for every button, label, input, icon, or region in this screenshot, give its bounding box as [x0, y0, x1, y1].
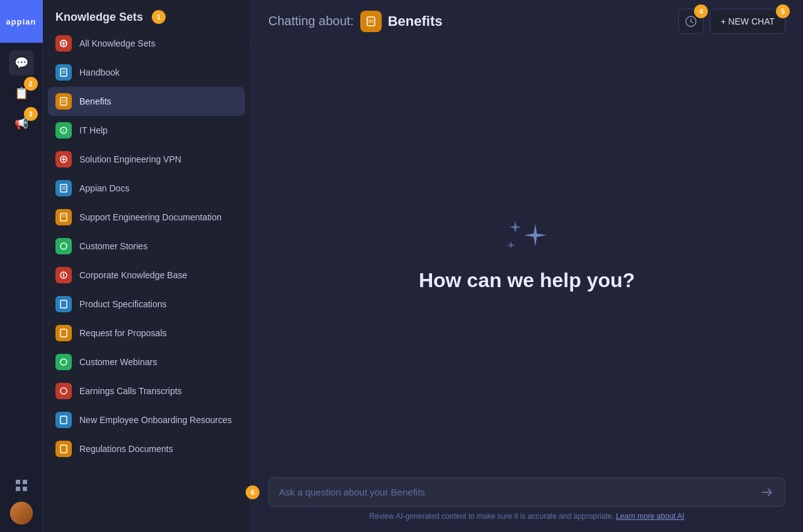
knowledge-set-icon — [360, 11, 382, 32]
megaphone-badge: 3 — [24, 107, 38, 121]
svg-rect-18 — [60, 184, 67, 192]
main-header: Chatting about: Benefits 4 + NEW CHAT 5 — [251, 0, 803, 43]
empty-state-text: How can we help you? — [419, 269, 635, 292]
onboarding-label: New Employee Onboarding Resources — [79, 415, 232, 425]
chatting-about-section: Chatting about: Benefits — [268, 11, 442, 32]
notes-badge: 2 — [24, 77, 38, 91]
sidebar: Knowledge Sets 1 All Knowledge Sets Hand… — [43, 0, 251, 532]
appian-logo[interactable]: appian — [0, 0, 43, 43]
solution-vpn-icon — [55, 151, 72, 167]
sidebar-item-handbook[interactable]: Handbook — [48, 58, 245, 87]
appian-docs-label: Appian Docs — [79, 183, 129, 193]
sidebar-item-onboarding[interactable]: New Employee Onboarding Resources — [48, 405, 245, 434]
chatting-about-label: Chatting about: — [268, 14, 354, 28]
sidebar-item-regulations[interactable]: Regulations Documents — [48, 434, 245, 463]
sidebar-item-customer-webinars[interactable]: Customer Webinars — [48, 348, 245, 376]
earnings-label: Earnings Calls Transcripts — [79, 386, 182, 396]
disclaimer-text: Review AI-generated content to make sure… — [369, 512, 613, 521]
svg-rect-7 — [60, 69, 67, 76]
svg-rect-26 — [60, 300, 67, 308]
chat-icon: 💬 — [14, 56, 28, 70]
svg-rect-2 — [16, 487, 20, 491]
svg-point-28 — [60, 359, 67, 365]
support-eng-label: Support Engineering Documentation — [79, 212, 222, 222]
customer-webinars-icon — [55, 354, 72, 370]
input-wrapper — [268, 477, 785, 507]
sidebar-item-customer-stories[interactable]: Customer Stories — [48, 232, 245, 261]
send-button[interactable] — [757, 482, 777, 502]
megaphone-rail-icon[interactable]: 📢 3 — [9, 111, 34, 136]
svg-text:i: i — [63, 128, 64, 133]
svg-rect-10 — [60, 98, 67, 105]
apps-grid-icon[interactable] — [10, 474, 33, 497]
customer-stories-label: Customer Stories — [79, 241, 147, 251]
disclaimer: Review AI-generated content to make sure… — [268, 512, 785, 526]
svg-rect-27 — [60, 329, 67, 337]
rail-bottom — [10, 474, 33, 532]
all-label: All Knowledge Sets — [79, 38, 156, 48]
notes-rail-icon[interactable]: 📋 2 — [9, 81, 34, 106]
appian-docs-icon — [55, 180, 72, 196]
sidebar-item-appian-docs[interactable]: Appian Docs — [48, 174, 245, 203]
svg-point-23 — [60, 243, 67, 249]
benefits-label: Benefits — [79, 96, 111, 106]
sidebar-item-rfp[interactable]: Request for Proposals — [48, 319, 245, 348]
corporate-kb-icon — [55, 267, 72, 283]
sidebar-header: Knowledge Sets 1 — [43, 0, 250, 29]
regulations-label: Regulations Documents — [79, 444, 173, 454]
new-chat-button[interactable]: + NEW CHAT 5 — [710, 9, 785, 34]
knowledge-sets-list: All Knowledge Sets Handbook Benefits i I… — [43, 29, 250, 463]
svg-rect-32 — [367, 17, 375, 26]
input-area: 6 Review AI-generated content to make su… — [251, 467, 803, 532]
history-badge: 4 — [694, 4, 708, 18]
sidebar-item-all[interactable]: All Knowledge Sets — [48, 29, 245, 58]
chat-rail-icon[interactable]: 💬 — [9, 50, 34, 76]
earnings-icon — [55, 383, 72, 399]
icon-rail: appian 💬 📋 2 📢 3 — [0, 0, 43, 532]
svg-point-29 — [60, 388, 67, 394]
avatar-image — [10, 502, 33, 524]
logo-text: appian — [6, 17, 37, 26]
knowledge-sets-badge: 1 — [152, 10, 166, 24]
history-button[interactable]: 4 — [678, 9, 703, 34]
svg-rect-1 — [23, 480, 27, 484]
it-help-icon: i — [55, 122, 72, 139]
main-content: Chatting about: Benefits 4 + NEW CHAT 5 — [251, 0, 803, 532]
product-specs-label: Product Specifications — [79, 299, 167, 309]
handbook-label: Handbook — [79, 67, 120, 77]
new-chat-badge: 5 — [776, 4, 790, 18]
svg-line-37 — [691, 21, 693, 23]
sidebar-item-it-help[interactable]: i IT Help — [48, 116, 245, 145]
sidebar-item-support-eng[interactable]: Support Engineering Documentation — [48, 203, 245, 232]
rfp-label: Request for Proposals — [79, 328, 167, 338]
sidebar-title: Knowledge Sets — [55, 11, 143, 24]
it-help-label: IT Help — [79, 125, 108, 135]
svg-rect-3 — [23, 487, 27, 491]
all-icon — [55, 35, 72, 52]
question-input[interactable] — [279, 478, 757, 506]
svg-rect-21 — [60, 213, 67, 221]
onboarding-icon — [55, 412, 72, 428]
solution-vpn-label: Solution Engineering VPN — [79, 154, 181, 164]
sidebar-item-product-specs[interactable]: Product Specifications — [48, 290, 245, 319]
handbook-icon — [55, 64, 72, 81]
sidebar-item-earnings[interactable]: Earnings Calls Transcripts — [48, 376, 245, 405]
svg-rect-31 — [60, 445, 67, 453]
header-actions: 4 + NEW CHAT 5 — [678, 9, 785, 34]
customer-stories-icon — [55, 238, 72, 254]
regulations-icon — [55, 441, 72, 457]
avatar[interactable] — [10, 502, 33, 524]
benefits-icon — [55, 93, 72, 110]
sidebar-item-corporate-kb[interactable]: Corporate Knowledge Base — [48, 261, 245, 290]
rfp-icon — [55, 325, 72, 341]
sidebar-item-benefits[interactable]: Benefits — [48, 87, 245, 116]
sidebar-item-solution-vpn[interactable]: Solution Engineering VPN — [48, 145, 245, 174]
disclaimer-link[interactable]: Learn more about AI — [616, 512, 685, 521]
input-row: 6 — [268, 477, 785, 507]
corporate-kb-label: Corporate Knowledge Base — [79, 270, 187, 280]
product-specs-icon — [55, 296, 72, 312]
svg-rect-30 — [60, 416, 67, 424]
svg-rect-0 — [16, 480, 20, 484]
new-chat-label: + NEW CHAT — [720, 16, 775, 26]
sparkle-animation — [505, 218, 549, 256]
